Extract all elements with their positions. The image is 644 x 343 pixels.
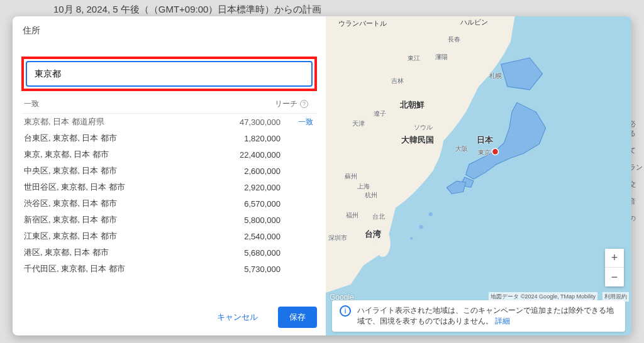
map-place-label: 北朝鮮: [400, 99, 425, 111]
map-info-banner: i ハイライト表示された地域は、このキャンペーンで追加または除外できる地域で、国…: [332, 300, 625, 332]
results-list: 東京都, 日本 都道府県47,300,000一致台東区, 東京都, 日本 都市1…: [21, 114, 317, 299]
map-place-label: 日本: [477, 134, 493, 146]
zoom-controls: + −: [605, 249, 624, 286]
info-icon: i: [340, 305, 351, 317]
result-row[interactable]: 中央区, 東京都, 日本 都市2,600,000: [21, 163, 317, 179]
result-name: 渋谷区, 東京都, 日本 都市: [24, 198, 220, 209]
map-place-label: 札幌: [489, 72, 502, 80]
result-row[interactable]: 東京都, 日本 都道府県47,300,000一致: [21, 114, 317, 130]
map-place-label: 瀋陽: [435, 53, 448, 62]
result-match-label: 一致: [280, 117, 314, 128]
map-panel[interactable]: ハルビンウランバートル長春瀋陽東江吉林札幌北朝鮮遼子天津ソウル大韓民国日本大阪東…: [326, 16, 631, 335]
header-match-label: 一致: [24, 99, 275, 109]
zoom-out-button[interactable]: −: [605, 268, 624, 286]
result-name: 中央区, 東京都, 日本 都市: [24, 165, 220, 177]
result-reach: 5,680,000: [220, 248, 280, 258]
svg-point-3: [419, 225, 423, 229]
map-place-label: 東江: [408, 54, 420, 63]
result-name: 世田谷区, 東京都, 日本 都市: [24, 182, 220, 193]
map-place-label: 東京: [478, 148, 491, 157]
map-place-label: 台湾: [365, 229, 381, 240]
info-details-link[interactable]: 詳細: [495, 317, 510, 325]
svg-point-4: [410, 237, 413, 240]
header-reach-label: リーチ ?: [275, 99, 308, 109]
result-reach: 5,800,000: [220, 215, 280, 225]
result-name: 新宿区, 東京都, 日本 都市: [24, 214, 220, 226]
result-name: 東京, 東京都, 日本 都市: [24, 149, 220, 160]
save-button[interactable]: 保存: [278, 307, 317, 328]
result-reach: 2,600,000: [220, 166, 280, 176]
modal-title: 住所: [21, 25, 317, 36]
map-place-label: 大韓民国: [401, 134, 434, 146]
modal-left-panel: 住所 一致 リーチ ? 東京都, 日本 都道府県47,300,000一致台東区,…: [13, 16, 326, 335]
result-row[interactable]: 世田谷区, 東京都, 日本 都市2,920,000: [21, 179, 317, 195]
result-name: 千代田区, 東京都, 日本 都市: [24, 263, 220, 275]
map-place-label: 深圳市: [328, 234, 347, 242]
help-icon[interactable]: ?: [300, 100, 308, 108]
result-name: 江東区, 東京都, 日本 都市: [24, 231, 220, 242]
map-place-label: 長春: [448, 35, 460, 44]
map-place-label: ウランバートル: [338, 19, 387, 28]
result-name: 東京都, 日本 都道府県: [24, 116, 220, 128]
location-search-input[interactable]: [35, 69, 304, 79]
result-name: 港区, 東京都, 日本 都市: [24, 247, 220, 258]
search-highlight-frame: [21, 57, 317, 91]
map-place-label: 吉林: [391, 77, 404, 85]
cancel-button[interactable]: キャンセル: [206, 307, 269, 328]
result-name: 台東区, 東京都, 日本 都市: [24, 133, 220, 144]
map-place-label: ハルビン: [460, 18, 488, 27]
result-reach: 2,540,000: [220, 232, 280, 241]
modal-footer: キャンセル 保存: [21, 299, 317, 328]
location-search-box[interactable]: [26, 61, 313, 87]
result-row[interactable]: 台東区, 東京都, 日本 都市1,820,000: [21, 130, 317, 146]
result-reach: 47,300,000: [220, 117, 280, 127]
result-reach: 2,920,000: [220, 183, 280, 192]
info-text: ハイライト表示された地域は、このキャンペーンで追加または除外できる地域で、国境を…: [357, 305, 618, 327]
svg-point-2: [429, 212, 433, 216]
zoom-in-button[interactable]: +: [605, 249, 624, 268]
map-place-label: ソウル: [414, 123, 433, 132]
result-row[interactable]: 港区, 東京都, 日本 都市5,680,000: [21, 244, 317, 261]
map-place-label: 上海: [357, 182, 370, 191]
result-reach: 1,820,000: [220, 134, 280, 143]
result-row[interactable]: 江東区, 東京都, 日本 都市2,540,000: [21, 228, 317, 244]
svg-point-5: [492, 148, 498, 155]
map-place-label: 台北: [372, 212, 385, 221]
map-place-label: 大阪: [455, 144, 468, 153]
result-row[interactable]: 千代田区, 東京都, 日本 都市5,730,000: [21, 261, 317, 277]
result-reach: 6,570,000: [220, 199, 280, 209]
location-modal: 住所 一致 リーチ ? 東京都, 日本 都道府県47,300,000一致台東区,…: [13, 16, 631, 335]
map-place-label: 福州: [346, 211, 358, 220]
result-reach: 5,730,000: [220, 264, 280, 274]
map-place-label: 蘇州: [345, 172, 357, 181]
results-header: 一致 リーチ ?: [21, 95, 317, 114]
map-svg: [326, 16, 631, 335]
result-row[interactable]: 渋谷区, 東京都, 日本 都市6,570,000: [21, 195, 317, 212]
map-place-label: 杭州: [365, 191, 377, 200]
map-place-label: 遼子: [374, 109, 386, 118]
result-row[interactable]: 東京, 東京都, 日本 都市22,400,000: [21, 146, 317, 163]
result-row[interactable]: 新宿区, 東京都, 日本 都市5,800,000: [21, 212, 317, 228]
map-place-label: 天津: [352, 119, 365, 128]
result-reach: 22,400,000: [220, 150, 280, 160]
